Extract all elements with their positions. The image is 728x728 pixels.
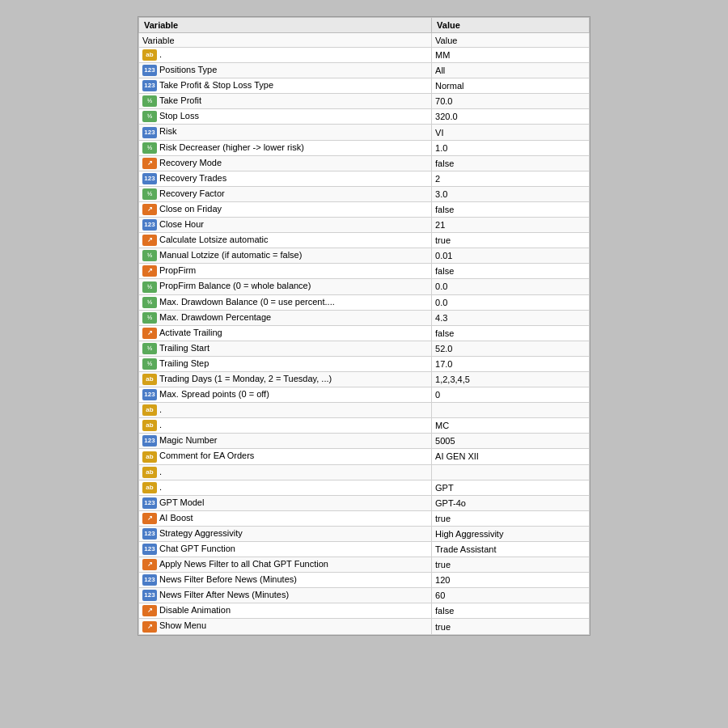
variable-label: Trailing Step — [159, 358, 209, 368]
table-row: 123Positions TypeAll — [139, 63, 590, 78]
variable-cell: ↗Close on Friday — [139, 201, 432, 217]
table-row: 123Recovery Trades2 — [139, 171, 590, 186]
variable-label: . — [159, 404, 162, 414]
type-badge: ab — [142, 467, 157, 478]
table-row: ↗Show Menutrue — [139, 619, 590, 634]
variable-cell: ½Risk Decreaser (higher -> lower risk) — [139, 140, 432, 155]
type-badge: 123 — [142, 528, 157, 540]
variable-label: . — [159, 482, 162, 492]
type-badge: 123 — [142, 389, 157, 400]
variable-cell: ½Stop Loss — [139, 109, 432, 125]
variable-label: Stop Loss — [159, 111, 199, 121]
value-cell: false — [432, 201, 590, 217]
variable-cell: ab. — [139, 403, 432, 418]
variable-cell: ↗Show Menu — [139, 619, 432, 634]
variable-cell: 123Close Hour — [139, 218, 432, 233]
variable-label: Close on Friday — [159, 204, 222, 214]
variable-cell: ↗Activate Trailing — [139, 325, 432, 341]
table-row: ½Take Profit70.0 — [139, 94, 590, 109]
table-row: 123Strategy AggressivityHigh Aggressivit… — [139, 526, 590, 541]
variable-label: News Filter After News (Minutes) — [159, 590, 289, 599]
value-cell: MM — [432, 48, 590, 63]
table-row: ab.MC — [139, 418, 590, 434]
settings-table-container: Variable Value VariableValueab.MM123Posi… — [138, 16, 590, 636]
type-badge: ↗ — [142, 513, 157, 524]
table-row: ½Manual Lotzize (if automatic = false)0.… — [139, 248, 590, 264]
value-cell — [432, 403, 590, 418]
variable-label: Take Profit — [159, 95, 201, 105]
value-cell: MC — [432, 418, 590, 434]
type-badge: ab — [142, 420, 157, 431]
table-row: ab. — [139, 464, 590, 480]
type-badge: 123 — [142, 590, 157, 601]
type-badge: ab — [142, 404, 157, 416]
value-cell: 320.0 — [432, 109, 590, 125]
table-row: 123News Filter After News (Minutes)60 — [139, 588, 590, 603]
value-cell: VI — [432, 125, 590, 140]
variable-cell: 123Strategy Aggressivity — [139, 526, 432, 541]
variable-cell: ab. — [139, 464, 432, 480]
value-cell: false — [432, 603, 590, 619]
value-cell: 0.0 — [432, 294, 590, 310]
value-cell: false — [432, 264, 590, 279]
variable-label: Risk — [159, 126, 176, 136]
variable-cell: ½Max. Drawdown Percentage — [139, 310, 432, 325]
value-cell: Normal — [432, 78, 590, 94]
variable-label: Comment for EA Orders — [159, 451, 254, 460]
type-badge: ↗ — [142, 621, 157, 633]
variable-label: Manual Lotzize (if automatic = false) — [159, 250, 302, 260]
variable-cell: ab. — [139, 418, 432, 434]
variable-cell: 123GPT Model — [139, 495, 432, 510]
value-cell: true — [432, 510, 590, 526]
variable-cell: ½Take Profit — [139, 94, 432, 109]
variable-label: Recovery Trades — [159, 173, 226, 183]
variable-label: Max. Drawdown Balance (0 = use percent..… — [159, 297, 335, 307]
variable-cell: ↗PropFirm — [139, 264, 432, 279]
variable-label: Max. Drawdown Percentage — [159, 312, 271, 322]
value-cell: 0 — [432, 387, 590, 403]
type-badge: ½ — [142, 142, 157, 154]
value-cell: Trade Assistant — [432, 542, 590, 557]
variable-cell: 123News Filter After News (Minutes) — [139, 588, 432, 603]
settings-table: Variable Value VariableValueab.MM123Posi… — [138, 17, 590, 635]
variable-cell: abComment for EA Orders — [139, 449, 432, 464]
variable-label: PropFirm — [159, 265, 196, 275]
variable-label: Variable — [142, 36, 175, 45]
variable-cell: 123Chat GPT Function — [139, 542, 432, 557]
table-row: ↗Apply News Filter to all Chat GPT Funct… — [139, 557, 590, 573]
table-row: ↗Calculate Lotsize automatictrue — [139, 233, 590, 248]
type-badge: ab — [142, 49, 157, 61]
type-badge: ½ — [142, 188, 157, 200]
variable-cell: ½Trailing Start — [139, 341, 432, 356]
value-cell: false — [432, 155, 590, 171]
type-badge: 123 — [142, 80, 157, 91]
value-cell: false — [432, 325, 590, 341]
type-badge: ↗ — [142, 559, 157, 570]
type-badge: ½ — [142, 95, 157, 107]
type-badge: ½ — [142, 281, 157, 293]
variable-label: Activate Trailing — [159, 328, 222, 337]
variable-cell: ↗Disable Animation — [139, 603, 432, 619]
type-badge: 123 — [142, 544, 157, 555]
table-row: 123Take Profit & Stop Loss TypeNormal — [139, 78, 590, 94]
value-cell: true — [432, 233, 590, 248]
table-row: ↗Disable Animationfalse — [139, 603, 590, 619]
variable-cell: ab. — [139, 48, 432, 63]
table-row: 123Close Hour21 — [139, 218, 590, 233]
table-row: ↗Close on Fridayfalse — [139, 201, 590, 217]
value-cell: 4.3 — [432, 310, 590, 325]
type-badge: ab — [142, 482, 157, 493]
table-row: ↗Activate Trailingfalse — [139, 325, 590, 341]
type-badge: ½ — [142, 312, 157, 324]
table-row: ↗AI Boosttrue — [139, 510, 590, 526]
type-badge: ½ — [142, 111, 157, 122]
variable-cell: ↗AI Boost — [139, 510, 432, 526]
table-row: abComment for EA OrdersAI GEN XII — [139, 449, 590, 464]
value-cell: 60 — [432, 588, 590, 603]
col-value-header: Value — [432, 18, 590, 33]
type-badge: ½ — [142, 358, 157, 370]
table-row: abTrading Days (1 = Monday, 2 = Tuesday,… — [139, 371, 590, 387]
variable-label: Chat GPT Function — [159, 544, 235, 553]
variable-label: PropFirm Balance (0 = whole balance) — [159, 281, 311, 290]
table-row: ↗Recovery Modefalse — [139, 155, 590, 171]
